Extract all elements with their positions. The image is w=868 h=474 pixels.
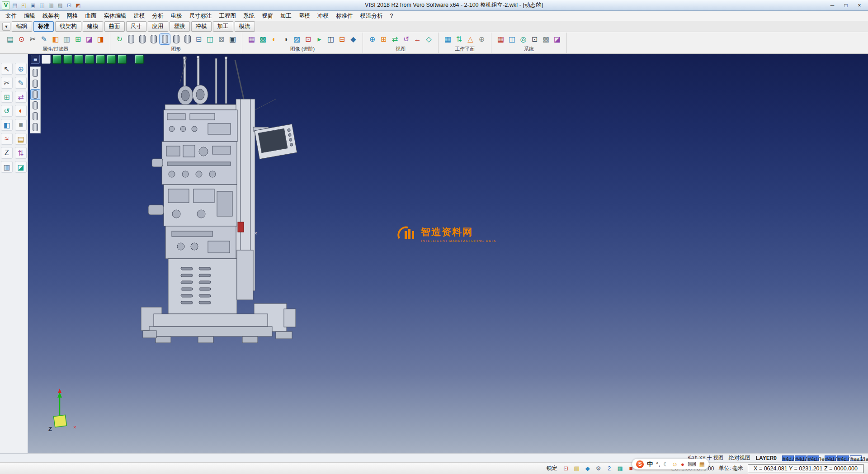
tab-machining[interactable]: 加工 (213, 21, 233, 32)
settings-grid-icon[interactable]: ▦ (495, 34, 506, 44)
surface-tool-icon[interactable]: ◧ (1, 119, 13, 131)
shadow-icon[interactable]: ◑ (280, 34, 291, 44)
menu-edit[interactable]: 编辑 (20, 11, 39, 21)
menu-file[interactable]: 文件 (2, 11, 20, 21)
material-icon[interactable]: ▩ (258, 34, 268, 44)
plugins-icon[interactable]: ▩ (616, 465, 624, 473)
open-file-icon[interactable]: ◰ (20, 1, 28, 9)
menu-analysis[interactable]: 分析 (149, 11, 167, 21)
edge-shade-icon[interactable] (182, 34, 193, 44)
blank-view-icon[interactable] (42, 55, 51, 64)
texture-icon[interactable]: ▦ (246, 34, 257, 44)
z-level-icon[interactable]: Z (1, 147, 13, 159)
active-layer-label[interactable]: LAYER0 (756, 455, 777, 461)
compare-body-icon[interactable]: ⊠ (216, 34, 226, 44)
voice-input-icon[interactable]: ● (681, 461, 684, 468)
view-cube-back[interactable] (96, 55, 105, 64)
menu-standard-parts[interactable]: 标准件 (332, 11, 357, 21)
menu-machining[interactable]: 加工 (277, 11, 295, 21)
cut-icon[interactable]: ✂ (28, 34, 38, 44)
shaded-display-icon[interactable] (148, 34, 159, 44)
sheet-tool-icon[interactable]: ▤ (15, 133, 27, 145)
monitor-icon[interactable]: ⊡ (65, 1, 73, 9)
workplane-align-icon[interactable]: ⇅ (454, 34, 464, 44)
cursor-icon[interactable]: ↖ (1, 63, 13, 75)
menu-surface[interactable]: 曲面 (82, 11, 100, 21)
menu-drafting[interactable]: 工程图 (216, 11, 240, 21)
capture-icon[interactable]: ⊡ (562, 465, 570, 473)
menu-system[interactable]: 系统 (240, 11, 258, 21)
tab-modeling[interactable]: 建模 (83, 21, 103, 32)
new-file-icon[interactable]: ▤ (11, 1, 19, 9)
bar-item[interactable]: #4d7fe0 (807, 455, 819, 461)
tab-die[interactable]: 冲模 (191, 21, 212, 32)
menu-modeling[interactable]: 建模 (130, 11, 149, 21)
zoom-window-icon[interactable]: ⊞ (378, 34, 389, 44)
cad-link-icon[interactable]: ◪ (552, 34, 562, 44)
hidden-line-display-icon[interactable] (137, 34, 147, 44)
lock-toggle[interactable]: 锁定 (547, 465, 557, 472)
tools-icon[interactable]: ⚙ (594, 465, 603, 473)
bar-item[interactable]: #4d7fe0 (837, 455, 849, 461)
menu-help[interactable]: ? (387, 12, 397, 20)
tab-surface[interactable]: 曲面 (104, 21, 125, 32)
previous-view-icon[interactable]: ← (412, 34, 423, 44)
animation-icon[interactable]: ▸ (314, 34, 325, 44)
wireframe-display-icon[interactable] (126, 34, 136, 44)
maximize-button[interactable]: □ (839, 1, 853, 10)
workplane-normal-icon[interactable]: ⊕ (476, 34, 487, 44)
render-settings-icon[interactable]: ▥ (573, 465, 581, 473)
display-settings-icon[interactable]: ◫ (507, 34, 517, 44)
toolbox-icon[interactable]: ▦ (699, 461, 705, 468)
snapshot-icon[interactable]: ⊡ (303, 34, 313, 44)
palette-icon[interactable]: ◩ (74, 1, 82, 9)
emoji-icon[interactable]: ☺ (672, 461, 678, 468)
tab-standard[interactable]: 标准 (33, 21, 54, 32)
tab-flow[interactable]: 模流 (235, 21, 255, 32)
menu-electrode[interactable]: 电极 (167, 11, 186, 21)
soft-keyboard-icon[interactable]: ⌨ (688, 461, 696, 468)
view-cube-left[interactable] (85, 55, 94, 64)
magnet-filter-icon[interactable]: ⊙ (16, 34, 27, 44)
night-mode-icon[interactable]: ☾ (663, 461, 669, 468)
visi-logo[interactable]: V (2, 1, 10, 9)
view-cube-bottom[interactable] (107, 55, 116, 64)
zoom-tool-icon[interactable]: ⊕ (15, 63, 27, 75)
minimize-button[interactable]: ─ (826, 1, 839, 10)
tab-wireframe[interactable]: 线架构 (55, 21, 81, 32)
paint-icon[interactable]: ◨ (95, 34, 106, 44)
select-body-filter-icon[interactable] (31, 68, 40, 78)
menu-solid-edit[interactable]: 实体编辑 (100, 11, 130, 21)
regen-icon[interactable]: ↻ (114, 34, 125, 44)
layers-tool-icon[interactable]: ▥ (1, 161, 13, 173)
sketch-tool-icon[interactable]: ✎ (15, 77, 27, 89)
3d-viewport[interactable]: ≡ (28, 54, 868, 453)
render-quality-icon[interactable]: ◆ (348, 34, 359, 44)
curve-tool-icon[interactable]: ≈ (1, 133, 13, 145)
mirror-tool-icon[interactable]: ⇅ (15, 147, 27, 159)
attributes-icon[interactable]: ▤ (5, 34, 15, 44)
workplane-xy-icon[interactable]: ▦ (443, 34, 453, 44)
view-cube-iso[interactable] (118, 55, 127, 64)
input-lang-toggle[interactable]: 中 (647, 460, 653, 468)
zoom-all-icon[interactable]: ⊕ (367, 34, 377, 44)
view-cube-right[interactable] (74, 55, 83, 64)
selection-settings-icon[interactable]: ⊡ (529, 34, 540, 44)
select-edge-filter-icon[interactable] (31, 100, 40, 110)
menu-die[interactable]: 冲模 (314, 11, 332, 21)
transparent-display-icon[interactable] (171, 34, 181, 44)
menu-mold[interactable]: 塑模 (295, 11, 314, 21)
menu-flow-analysis[interactable]: 模流分析 (357, 11, 387, 21)
bar-item[interactable]: #4d7fe0 (782, 455, 794, 461)
workplane-3pt-icon[interactable]: △ (465, 34, 476, 44)
print-icon[interactable]: ▥ (47, 1, 55, 9)
save-all-icon[interactable]: ◫ (38, 1, 46, 9)
select-solid-filter-icon[interactable] (31, 90, 40, 100)
view-list-icon[interactable]: ≡ (31, 55, 40, 64)
erase-icon[interactable]: ◪ (84, 34, 94, 44)
close-button[interactable]: × (853, 1, 866, 10)
solid-tool-icon[interactable]: ■ (15, 119, 27, 131)
tab-mold[interactable]: 塑膜 (170, 21, 190, 32)
rotate-tool-icon[interactable]: ↺ (1, 105, 13, 117)
select-point-filter-icon[interactable] (31, 122, 40, 132)
